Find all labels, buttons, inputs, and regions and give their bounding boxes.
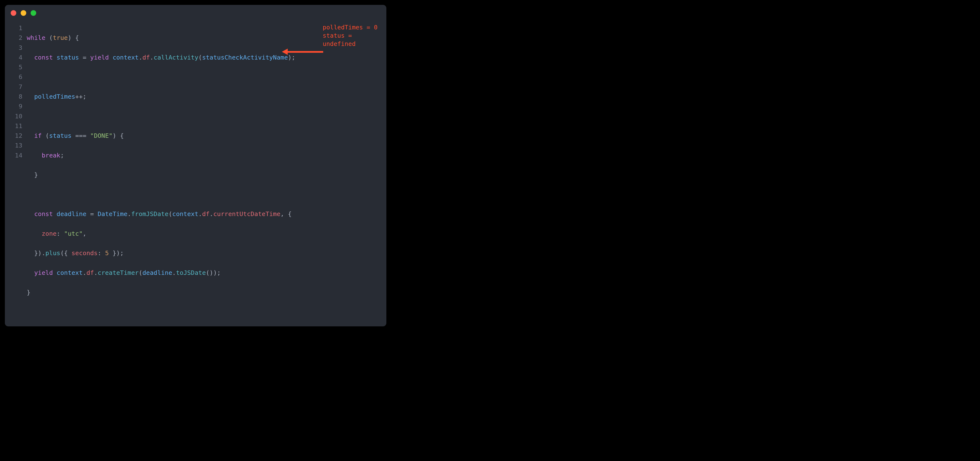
window-zoom-button[interactable] [30, 10, 36, 16]
code-line: zone: "utc", [27, 229, 295, 238]
code-window: 1 2 3 4 5 6 7 8 9 10 11 12 13 14 while (… [5, 5, 387, 326]
fn-plus: plus [45, 250, 60, 257]
code-line: if (status === "DONE") { [27, 131, 295, 140]
annotation-line-2: status = undefined [294, 32, 387, 48]
fn-toJSDate: toJSDate [176, 269, 206, 276]
code-line [27, 72, 295, 82]
identifier-status: status [49, 132, 72, 139]
line-number: 5 [12, 62, 22, 72]
code-line: const status = yield context.df.callActi… [27, 52, 295, 62]
code-line: } [27, 170, 295, 180]
line-number: 1 [12, 23, 22, 33]
prop-zone: zone [41, 230, 56, 237]
fn-createTimer: createTimer [98, 269, 139, 276]
line-number: 8 [12, 92, 22, 101]
code-line [27, 111, 295, 121]
line-number: 12 [12, 131, 22, 140]
window-titlebar [5, 5, 387, 18]
window-close-button[interactable] [11, 10, 16, 16]
code-line: break; [27, 150, 295, 160]
line-number: 6 [12, 72, 22, 82]
identifier-deadline: deadline [142, 269, 172, 276]
keyword-const: const [34, 54, 53, 61]
code-line: } [27, 288, 295, 297]
identifier-deadline: deadline [57, 210, 86, 218]
arrow-shaft [287, 51, 323, 53]
window-minimize-button[interactable] [21, 10, 26, 16]
identifier-DateTime: DateTime [98, 210, 127, 218]
identifier-status: status [57, 54, 79, 61]
keyword-yield: yield [90, 54, 109, 61]
prop-df: df [142, 54, 150, 61]
code-content[interactable]: while (true) { const status = yield cont… [27, 23, 295, 316]
identifier-context: context [172, 210, 198, 218]
code-line: while (true) { [27, 33, 295, 43]
fn-fromJSDate: fromJSDate [131, 210, 169, 218]
line-number: 14 [12, 150, 22, 160]
line-number: 7 [12, 82, 22, 92]
prop-seconds: seconds [72, 250, 97, 257]
line-number: 13 [12, 140, 22, 150]
arrow-icon [282, 49, 323, 54]
keyword-yield: yield [34, 269, 53, 276]
line-number: 11 [12, 121, 22, 131]
code-editor: 1 2 3 4 5 6 7 8 9 10 11 12 13 14 while (… [5, 18, 387, 316]
arrow-head [282, 49, 288, 55]
code-line: polledTimes++; [27, 92, 295, 101]
identifier-context: context [113, 54, 138, 61]
keyword-while: while [27, 34, 45, 41]
prop-df: df [86, 269, 94, 276]
line-number: 3 [12, 43, 22, 52]
prop-df: df [202, 210, 210, 218]
fn-callActivity: callActivity [154, 54, 198, 61]
string-done: "DONE" [90, 132, 113, 139]
literal-true: true [53, 34, 68, 41]
identifier-statusCheckActivityName: statusCheckActivityName [202, 54, 288, 61]
string-utc: "utc" [64, 230, 83, 237]
line-number: 10 [12, 111, 22, 121]
identifier-context: context [57, 269, 83, 276]
keyword-break: break [41, 152, 60, 159]
prop-currentUtcDateTime: currentUtcDateTime [213, 210, 280, 218]
code-line: yield context.df.createTimer(deadline.to… [27, 268, 295, 278]
identifier-polledTimes: polledTimes [34, 93, 75, 100]
code-line: }).plus({ seconds: 5 }); [27, 248, 295, 258]
line-number: 9 [12, 101, 22, 111]
number-5: 5 [105, 250, 109, 257]
debug-annotation: polledTimes = 0 status = undefined [294, 23, 387, 54]
line-number: 2 [12, 33, 22, 43]
code-line [27, 189, 295, 199]
line-number: 4 [12, 52, 22, 62]
annotation-line-1: polledTimes = 0 [294, 23, 378, 32]
line-number-gutter: 1 2 3 4 5 6 7 8 9 10 11 12 13 14 [5, 23, 27, 316]
keyword-const: const [34, 210, 53, 218]
code-line: const deadline = DateTime.fromJSDate(con… [27, 209, 295, 219]
keyword-if: if [34, 132, 42, 139]
